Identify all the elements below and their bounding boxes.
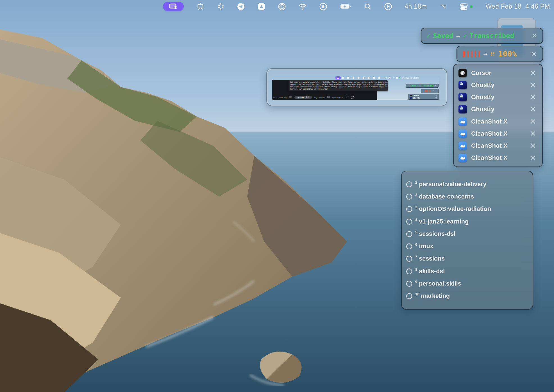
todo-index: 1 <box>415 180 417 184</box>
app-grid-icon <box>217 3 224 10</box>
todo-label: sessions <box>419 255 445 262</box>
play-menu-item[interactable] <box>384 3 392 10</box>
todo-item[interactable]: 9 personal:skills <box>402 277 533 290</box>
mini-level-bars-icon <box>425 90 430 92</box>
close-window-button[interactable]: ✕ <box>530 117 536 126</box>
radio-circle-icon[interactable] <box>406 243 412 249</box>
todo-label: personal:skills <box>419 280 461 287</box>
wifi-menu-item[interactable] <box>299 3 307 10</box>
battery-menu-item[interactable] <box>340 3 351 10</box>
mini-menu-bar: 4h 17m ⌥ Wed Feb 18 4:45 PM <box>335 76 439 79</box>
one-switch-menu-item[interactable] <box>460 3 473 10</box>
window-row-cleanshot[interactable]: CleanShot X ✕ <box>454 127 542 140</box>
menu-bar-clock[interactable]: Wed Feb 18 4:46 PM <box>485 3 550 10</box>
app-grid-menu-item[interactable] <box>217 3 224 10</box>
radio-circle-icon[interactable] <box>406 281 412 287</box>
desktop: 4h 18m Wed Feb 18 4:46 PM ✓ Saved → ✓ <box>0 0 554 392</box>
todo-index: 7 <box>415 255 417 259</box>
close-window-button[interactable]: ✕ <box>530 93 536 101</box>
todo-label: tmux <box>419 243 433 250</box>
todo-item[interactable]: 4 v1-jan25:learning <box>402 215 533 228</box>
radio-circle-icon[interactable] <box>406 181 412 187</box>
mini-ghostty-icon <box>410 97 412 99</box>
cleanshot-app-icon <box>458 142 467 150</box>
window-row-ghostty[interactable]: Ghostty ✕ <box>454 91 542 103</box>
radio-circle-icon[interactable] <box>406 206 412 212</box>
radio-circle-icon[interactable] <box>406 268 412 274</box>
radio-circle-icon[interactable] <box>406 256 412 262</box>
option-key-menu-item[interactable] <box>440 3 447 10</box>
tooltip-line: Feature'lar içerisinde okuyabilirsin <box>290 88 386 90</box>
window-app-name: CleanShot X <box>471 142 508 149</box>
todo-item[interactable]: 7 sessions <box>402 253 533 265</box>
toast-close-button[interactable]: ✕ <box>532 32 537 40</box>
window-row-ghostty[interactable]: Ghostty ✕ <box>454 79 542 91</box>
screenshot-preview-panel[interactable]: 4h 17m ⌥ Wed Feb 18 4:45 PM Bak ama biz … <box>266 68 447 106</box>
close-window-button[interactable]: ✕ <box>530 105 536 113</box>
close-window-button[interactable]: ✕ <box>530 142 536 150</box>
close-window-button[interactable]: ✕ <box>530 81 536 89</box>
todo-item[interactable]: 5 sessions-dsl <box>402 228 533 240</box>
onepassword-menu-item[interactable] <box>278 3 286 10</box>
telegram-icon <box>237 3 245 10</box>
todo-index: 10 <box>415 292 419 296</box>
toast-close-button[interactable]: ✕ <box>531 50 537 58</box>
tooltip-line: Sen niye feature'ları öldürdün? Sadece a… <box>290 86 386 88</box>
triangle-app-menu-item[interactable] <box>258 3 265 10</box>
ghostty-app-icon <box>458 81 467 89</box>
close-window-button[interactable]: ✕ <box>530 69 536 77</box>
window-list-panel: Cursor ✕ Ghostty ✕ Ghostty ✕ Ghostty ✕ C… <box>453 64 543 167</box>
mini-toast-close-icon: ✕ <box>435 85 436 87</box>
arrow-icon: → <box>483 50 487 58</box>
window-row-ghostty[interactable]: Ghostty ✕ <box>454 103 542 115</box>
todo-item[interactable]: 3 optionOS:value-radiation <box>402 203 533 215</box>
todo-item[interactable]: 2 database-concerns <box>402 190 533 203</box>
transcription-toast: ✓ Saved → ✓ Transcribed ✕ <box>421 28 543 44</box>
record-stop-menu-item[interactable] <box>319 3 327 10</box>
mini-window-app-name: Ghostty <box>413 97 420 99</box>
mini-tab-shortcut: ⌘4 <box>289 96 292 98</box>
radio-circle-icon[interactable] <box>406 293 412 299</box>
close-window-button[interactable]: ✕ <box>530 129 536 138</box>
window-row-cleanshot[interactable]: CleanShot X ✕ <box>454 140 542 152</box>
battery-charging-icon <box>340 3 351 10</box>
todo-item[interactable]: 6 tmux <box>402 240 533 252</box>
radio-circle-icon[interactable] <box>406 219 412 225</box>
window-app-name: Ghostty <box>471 94 494 101</box>
todo-item[interactable]: 1 personal:value-delivery <box>402 178 533 190</box>
search-menu-item[interactable] <box>364 3 371 10</box>
cleanshot-app-icon <box>458 129 467 138</box>
mini-dictation-tooltip: Bak ama biz sadece arama olayı değiliz. … <box>289 80 388 91</box>
cleanshot-app-icon <box>458 154 467 162</box>
uptime-status[interactable]: 4h 18m <box>405 3 427 10</box>
option-key-icon <box>440 3 447 10</box>
progress-value: 100% <box>498 50 517 58</box>
mini-recording-toast: ✕ <box>421 89 439 93</box>
todo-item[interactable]: 8 skills-dsl <box>402 265 533 277</box>
presentation-menu-item[interactable] <box>197 3 204 10</box>
window-row-cleanshot[interactable]: CleanShot X ✕ <box>454 115 542 127</box>
window-row-cursor[interactable]: Cursor ✕ <box>454 67 542 79</box>
mini-tab-shortcut: ⌘5 <box>306 96 309 98</box>
mini-close-icon: ✕ <box>435 94 437 97</box>
radio-circle-icon[interactable] <box>406 194 412 200</box>
mini-toast-close-icon: ✕ <box>433 90 434 92</box>
triangle-app-icon <box>258 3 265 10</box>
todo-item[interactable]: 10 marketing <box>402 290 533 302</box>
close-window-button[interactable]: ✕ <box>530 154 536 162</box>
radio-circle-icon[interactable] <box>406 231 412 237</box>
mini-tab-label: website <box>298 96 304 98</box>
ghostty-app-icon <box>458 93 467 101</box>
window-row-cleanshot[interactable]: CleanShot X ✕ <box>454 152 542 164</box>
mini-uptime: 4h 17m <box>385 77 391 79</box>
cursor-app-icon <box>458 69 467 77</box>
window-app-name: CleanShot X <box>471 118 508 125</box>
todo-label: personal:value-delivery <box>419 181 486 188</box>
mini-clock: Wed Feb 18 4:45 PM <box>402 77 419 79</box>
mini-close-icon: ✕ <box>435 97 437 99</box>
screen-sharing-menu-item[interactable] <box>163 2 184 11</box>
status-green-dot-icon <box>470 5 473 8</box>
telegram-menu-item[interactable] <box>237 3 245 10</box>
audio-level-bars-icon <box>463 51 480 57</box>
window-app-name: CleanShot X <box>471 154 508 161</box>
